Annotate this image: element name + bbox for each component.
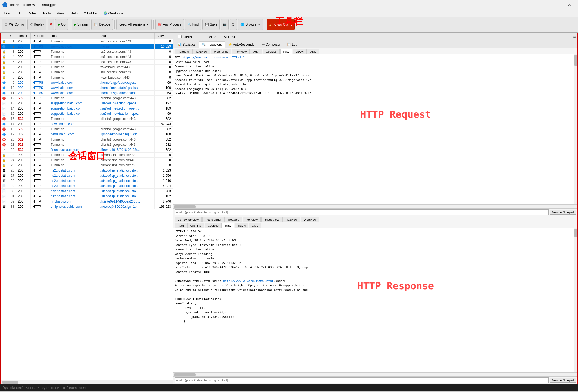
req-url-link[interactable]: https://www.baidu.com/home HTTP/1.1 [182, 56, 245, 59]
response-find-input[interactable] [175, 377, 549, 383]
table-row[interactable]: 🔷 17 200 HTTP news.baidu.com / 57,243 [1, 122, 173, 127]
table-row[interactable]: 🔷 10 200 HTTPS www.baidu.com /home/xman/… [1, 85, 173, 91]
table-row[interactable]: ⚠ 22 502 HTTP finance.sina.com.cn /ifram… [1, 147, 173, 153]
resp-tab-webview[interactable]: WebView [301, 217, 319, 222]
req-tab-json[interactable]: JSON [293, 49, 307, 54]
table-row[interactable]: 🔒 25 200 HTTP Tunnel to current.sina.com… [1, 163, 173, 168]
replay-button[interactable]: ↺ Replay [27, 19, 46, 30]
col-protocol[interactable]: Protocol [31, 33, 49, 39]
resp-tab-cookies[interactable]: Cookies [205, 223, 222, 228]
table-row[interactable]: 🔒 7 200 HTTP Tunnel to ss1.bdstatic.com:… [1, 70, 173, 75]
resp-tab-hexview[interactable]: HexView [282, 217, 300, 222]
table-row[interactable]: 📄 14 200 HTTP suggestion.baidu.com /su?w… [1, 106, 173, 111]
req-tab-cookies[interactable]: Cookies [263, 49, 280, 54]
menu-geoedge[interactable]: 🌍 GeoEdge [101, 11, 126, 16]
request-content-area[interactable]: HTTP Request GET https://www.baidu.com/h… [173, 54, 577, 204]
resp-tab-auth[interactable]: Auth [175, 223, 187, 228]
tab-timeline[interactable]: — Timeline [196, 34, 220, 40]
timer-button[interactable]: ⏱ [230, 19, 237, 30]
table-row[interactable]: 📄 15 200 HTTP suggestion.baidu.com /su?w… [1, 111, 173, 116]
req-vscroll[interactable] [574, 54, 577, 204]
req-tab-raw[interactable]: Raw [280, 49, 292, 54]
table-row[interactable]: 🖼 28 200 HTTP ns2.bdstatic.com /static/f… [1, 178, 173, 183]
go-button[interactable]: ▶ Go [55, 19, 68, 30]
col-body[interactable]: Body [155, 33, 173, 39]
table-row[interactable]: 🖼 33 200 HTTP d.hiphotos.baidu.com /news… [1, 204, 173, 209]
resp-tab-transformer[interactable]: Transformer [202, 217, 225, 222]
table-row[interactable]: 🔒 5 200 HTTP Tunnel to ss1.bdstatic.com:… [1, 60, 173, 65]
req-tab-auth[interactable]: Auth [250, 49, 262, 54]
req-tab-textview[interactable]: TextView [192, 49, 210, 54]
clearcache-button[interactable]: 🧹 Clear Cache [267, 19, 295, 30]
minimize-button[interactable]: — [538, 1, 551, 9]
keep-button[interactable]: Keep: All sessions ▼ [116, 19, 152, 30]
table-row[interactable]: 📄 29 200 HTTP ns2.bdstatic.com /static/f… [1, 183, 173, 189]
table-row[interactable]: 📄 32 200 HTTP hm.baidu.com /h.js?e9e114d… [1, 199, 173, 204]
table-row[interactable]: 🔒 6 200 HTTP Tunnel to www.baidu.com:443… [1, 65, 173, 70]
table-row[interactable]: 🖼 27 200 HTTP ns2.bdstatic.com /static/f… [1, 173, 173, 178]
winconfig-button[interactable]: 🖥 WinConfig [2, 19, 26, 30]
table-row[interactable]: 🔷 19 302 HTTP news.baidu.com /iphone/img… [1, 132, 173, 137]
table-row[interactable]: 📄 31 200 HTTP ns2.bdstatic.com /static/f… [1, 194, 173, 199]
response-viewnotepad-button[interactable]: View in Notepad [550, 378, 576, 383]
pane-resize-handle[interactable]: ⇔ [573, 35, 576, 39]
resp-xmlns-link[interactable]: http://www.w3.org/1999/xhtml [223, 279, 274, 283]
session-table-container[interactable]: # Result Protocol Host URL Body 🔒 1 200 … [1, 33, 173, 380]
table-row[interactable]: 🔒 3 200 HTTP Tunnel to ss0.bdstatic.com:… [1, 49, 173, 54]
camera-button[interactable]: 📷 [221, 19, 229, 30]
maximize-button[interactable]: □ [551, 1, 563, 9]
req-tab-headers[interactable]: Headers [175, 49, 192, 54]
menu-fiddler[interactable]: ⊞ Fiddler [81, 11, 101, 16]
resp-tab-raw[interactable]: Raw [222, 223, 234, 228]
resp-tab-textview[interactable]: TextView [243, 217, 261, 222]
table-row[interactable]: ⛔ 12 502 HTTP Tunnel to clients1.google.… [1, 96, 173, 101]
table-row[interactable]: 🔒 24 200 HTTP Tunnel to current.sina.com… [1, 158, 173, 163]
resp-hscroll[interactable] [173, 372, 577, 376]
anyprocess-button[interactable]: 🎯 Any Process [155, 19, 184, 30]
table-row[interactable]: 📄 13 200 HTTP suggestion.baidu.com /su?w… [1, 101, 173, 106]
find-button[interactable]: 🔍 Find [185, 19, 201, 30]
resp-tab-headers[interactable]: Headers [225, 217, 243, 222]
menu-edit[interactable]: Edit [13, 11, 24, 16]
resp-tab-imageview[interactable]: ImageView [261, 217, 282, 222]
table-row[interactable]: 🔒 4 200 HTTP Tunnel to ss1.bdstatic.com:… [1, 54, 173, 60]
resp-tab-json[interactable]: JSON [235, 223, 248, 228]
resp-tab-xml[interactable]: XML [249, 223, 261, 228]
save-button[interactable]: 💾 Save [202, 19, 220, 30]
inspector-tab-composer[interactable]: ✏ Composer [259, 41, 284, 48]
table-row[interactable]: 🔒 1 200 HTTP Tunnel to ss0.bdstatic.com:… [1, 39, 173, 44]
inspector-tab-inspectors[interactable]: 🔍 Inspectors [199, 41, 225, 48]
table-row[interactable]: 🖼 26 200 HTTP ns2.bdstatic.com /static/f… [1, 168, 173, 173]
request-find-input[interactable] [175, 209, 549, 215]
resp-tab-syntaxview[interactable]: Get SyntaxView [175, 217, 202, 222]
tab-apitest[interactable]: APITest [220, 34, 238, 40]
response-content-area[interactable]: HTTP Response HTTP/1.1 200 OK Server: bf… [173, 228, 577, 372]
tab-filters[interactable]: Filters [175, 33, 196, 41]
table-row[interactable]: 🔒 8 200 HTTP Tunnel to www.baidu.com:443… [1, 75, 173, 80]
col-result[interactable]: Result [16, 33, 31, 39]
menu-file[interactable]: File [1, 11, 12, 16]
table-row[interactable]: 📄 30 200 HTTP ns2.bdstatic.com /static/f… [1, 189, 173, 194]
inspector-tab-autoresponder[interactable]: ⚡ AutoResponder [225, 41, 259, 48]
req-tab-xml[interactable]: XML [307, 49, 319, 54]
menu-help[interactable]: Help [68, 11, 80, 16]
inspector-tab-log[interactable]: 📋 Log [284, 41, 300, 48]
req-tab-webforms[interactable]: WebForms [211, 49, 231, 54]
decode-button[interactable]: 📋 Decode [91, 19, 113, 30]
col-url[interactable]: URL [99, 33, 155, 39]
table-row[interactable]: ⛔ 21 502 HTTP Tunnel to clients1.google.… [1, 142, 173, 147]
resp-hscroll-thumb[interactable] [174, 373, 196, 376]
inspector-tab-statistics[interactable]: 📊 Statistics [175, 41, 198, 48]
menu-tools[interactable]: Tools [40, 11, 54, 16]
req-hscroll[interactable] [173, 204, 577, 208]
request-viewnotepad-button[interactable]: View in Notepad [550, 210, 576, 215]
table-row[interactable]: ⛔ 16 502 HTTP Tunnel to clients1.google.… [1, 116, 173, 122]
table-row[interactable]: ⛔ 18 502 HTTP Tunnel to clients1.google.… [1, 127, 173, 132]
session-hscroll[interactable] [1, 380, 173, 384]
req-hscroll-thumb[interactable] [174, 205, 196, 208]
close-button[interactable]: ✕ [563, 1, 576, 9]
resp-vscroll[interactable] [574, 228, 577, 372]
table-row[interactable]: ⛔ 20 502 HTTP Tunnel to clients1.google.… [1, 137, 173, 142]
col-host[interactable]: Host [49, 33, 99, 39]
req-vscroll-thumb[interactable] [574, 55, 577, 66]
